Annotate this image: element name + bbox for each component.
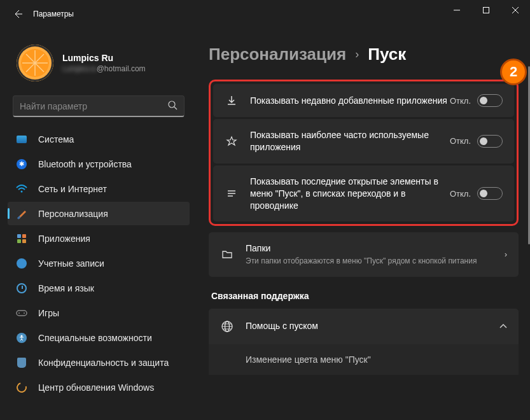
setting-folders[interactable]: Папки Эти папки отображаются в меню "Пус… bbox=[209, 232, 519, 276]
breadcrumb-parent[interactable]: Персонализация bbox=[209, 45, 346, 64]
window-controls bbox=[442, 0, 530, 20]
svg-rect-0 bbox=[484, 8, 489, 13]
help-sub-link[interactable]: Изменение цвета меню "Пуск" bbox=[209, 344, 519, 375]
orange-icon bbox=[17, 45, 53, 81]
sidebar-item-bluetooth[interactable]: ✱ Bluetooth и устройства bbox=[8, 152, 190, 176]
svg-point-15 bbox=[21, 335, 23, 337]
wifi-icon bbox=[15, 183, 28, 195]
close-icon bbox=[512, 7, 519, 13]
help-title: Помощь с пуском bbox=[246, 320, 491, 332]
window-title: Параметры bbox=[33, 10, 74, 18]
sidebar-item-label: Персонализация bbox=[38, 209, 108, 219]
globe-icon bbox=[220, 320, 234, 333]
profile-block[interactable]: Lumpics Ru Lumpics.ru@hotmail.com bbox=[5, 33, 192, 95]
toggle-state: Откл. bbox=[450, 96, 471, 106]
annotation-highlight: 2 Показывать недавно добавленные приложе… bbox=[209, 80, 519, 226]
chevron-right-icon: › bbox=[505, 250, 507, 259]
search-box[interactable] bbox=[13, 95, 185, 117]
sidebar-item-system[interactable]: Система bbox=[8, 127, 190, 151]
breadcrumb: Персонализация › Пуск bbox=[209, 45, 519, 64]
breadcrumb-current: Пуск bbox=[368, 45, 406, 64]
arrow-left-icon bbox=[13, 9, 23, 19]
brush-icon bbox=[15, 207, 28, 220]
sidebar-item-label: Сеть и Интернет bbox=[38, 184, 107, 194]
svg-point-10 bbox=[21, 190, 23, 192]
sidebar-item-label: Специальные возможности bbox=[38, 333, 152, 343]
close-button[interactable] bbox=[501, 0, 530, 20]
toggle-state: Откл. bbox=[450, 189, 471, 199]
chevron-up-icon bbox=[499, 322, 507, 331]
minimize-button[interactable] bbox=[442, 0, 471, 20]
sidebar-item-time-language[interactable]: Время и язык bbox=[8, 276, 190, 300]
bluetooth-icon: ✱ bbox=[15, 158, 28, 171]
avatar bbox=[17, 45, 53, 81]
svg-point-13 bbox=[18, 312, 20, 314]
system-icon bbox=[15, 133, 28, 146]
sidebar-item-network[interactable]: Сеть и Интернет bbox=[8, 177, 190, 200]
sidebar-item-gaming[interactable]: Игры bbox=[8, 301, 190, 325]
help-start[interactable]: Помощь с пуском bbox=[209, 309, 519, 344]
setting-title: Показывать наиболее часто используемые п… bbox=[250, 129, 450, 153]
sidebar-item-label: Центр обновления Windows bbox=[38, 382, 154, 393]
search-input[interactable] bbox=[20, 101, 168, 111]
setting-title: Показывать последние открытые элементы в… bbox=[250, 176, 450, 212]
clock-icon bbox=[15, 282, 28, 295]
profile-email: Lumpics.ru@hotmail.com bbox=[62, 64, 146, 73]
sidebar-item-label: Bluetooth и устройства bbox=[38, 159, 132, 169]
update-icon bbox=[15, 381, 28, 394]
sidebar-item-label: Приложения bbox=[38, 234, 90, 244]
setting-recently-added[interactable]: Показывать недавно добавленные приложени… bbox=[213, 84, 514, 117]
gamepad-icon bbox=[15, 307, 28, 319]
sidebar-item-label: Время и язык bbox=[38, 283, 94, 293]
sidebar-item-apps[interactable]: Приложения bbox=[8, 227, 190, 250]
annotation-badge: 2 bbox=[500, 59, 527, 85]
folders-title: Папки bbox=[246, 242, 496, 255]
titlebar: Параметры bbox=[0, 0, 530, 28]
download-icon bbox=[225, 95, 239, 106]
sidebar-item-label: Игры bbox=[38, 308, 59, 318]
folder-icon bbox=[220, 249, 234, 260]
sidebar-item-accounts[interactable]: Учетные записи bbox=[8, 251, 190, 275]
minimize-icon bbox=[454, 7, 460, 13]
toggle-switch[interactable] bbox=[477, 187, 503, 200]
shield-icon bbox=[15, 356, 28, 369]
search-container bbox=[5, 95, 192, 127]
settings-window: Параметры bbox=[0, 0, 530, 420]
folders-subtitle: Эти папки отображаются в меню "Пуск" ряд… bbox=[246, 256, 496, 266]
sidebar-item-label: Учетные записи bbox=[38, 258, 104, 269]
search-icon bbox=[168, 101, 178, 112]
maximize-icon bbox=[483, 7, 489, 13]
svg-point-8 bbox=[169, 101, 175, 108]
svg-line-9 bbox=[174, 107, 177, 109]
svg-point-14 bbox=[24, 312, 25, 314]
setting-recent-items[interactable]: Показывать последние открытые элементы в… bbox=[213, 165, 514, 222]
apps-icon bbox=[15, 232, 28, 245]
sidebar-item-windows-update[interactable]: Центр обновления Windows bbox=[8, 375, 190, 399]
setting-title: Показывать недавно добавленные приложени… bbox=[250, 95, 450, 107]
sidebar: Lumpics Ru Lumpics.ru@hotmail.com Систем… bbox=[0, 28, 197, 420]
svg-rect-12 bbox=[17, 311, 27, 316]
chevron-right-icon: › bbox=[355, 48, 359, 61]
account-icon bbox=[15, 257, 28, 270]
sidebar-item-personalization[interactable]: Персонализация bbox=[8, 202, 190, 225]
maximize-button[interactable] bbox=[471, 0, 501, 20]
content-area: Персонализация › Пуск 2 Показывать недав… bbox=[197, 28, 530, 420]
accessibility-icon bbox=[15, 332, 28, 344]
related-support-header: Связанная поддержка bbox=[211, 291, 519, 301]
nav-list: Система ✱ Bluetooth и устройства Сеть и … bbox=[5, 127, 192, 399]
sidebar-item-accessibility[interactable]: Специальные возможности bbox=[8, 326, 190, 349]
toggle-switch[interactable] bbox=[477, 135, 503, 148]
star-icon bbox=[225, 136, 239, 147]
sidebar-item-privacy[interactable]: Конфиденциальность и защита bbox=[8, 351, 190, 374]
back-button[interactable] bbox=[8, 4, 28, 24]
profile-name: Lumpics Ru bbox=[62, 53, 146, 63]
toggle-switch[interactable] bbox=[477, 94, 503, 107]
toggle-state: Откл. bbox=[450, 136, 471, 146]
sidebar-item-label: Система bbox=[38, 134, 74, 144]
setting-most-used[interactable]: Показывать наиболее часто используемые п… bbox=[213, 119, 514, 164]
body: Lumpics Ru Lumpics.ru@hotmail.com Систем… bbox=[0, 28, 530, 420]
list-icon bbox=[225, 188, 239, 199]
sidebar-item-label: Конфиденциальность и защита bbox=[38, 358, 169, 368]
profile-text: Lumpics Ru Lumpics.ru@hotmail.com bbox=[62, 53, 146, 73]
